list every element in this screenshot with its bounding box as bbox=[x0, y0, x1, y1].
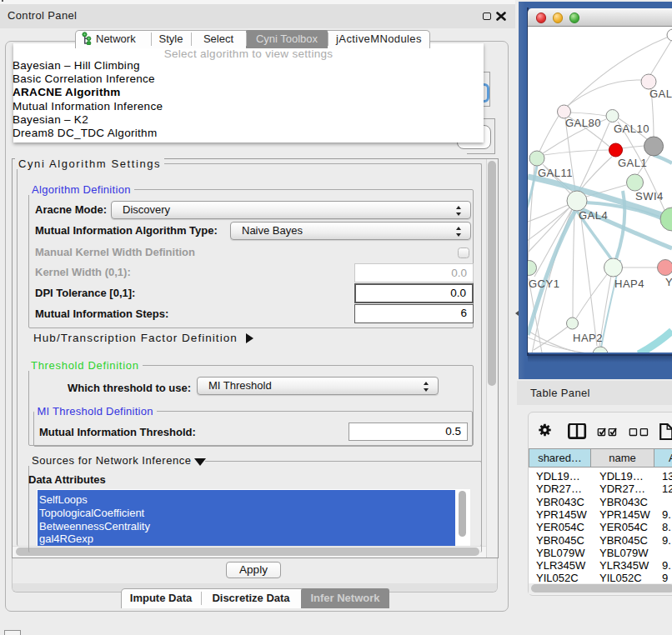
svg-text:HAP4: HAP4 bbox=[614, 278, 644, 290]
svg-text:GAL: GAL bbox=[649, 88, 672, 100]
svg-text:GAL80: GAL80 bbox=[565, 117, 601, 129]
svg-text:GAL1: GAL1 bbox=[618, 157, 647, 169]
svg-text:GAL4: GAL4 bbox=[579, 209, 608, 222]
svg-text:GAL11: GAL11 bbox=[538, 167, 573, 179]
svg-text:GAL10: GAL10 bbox=[614, 122, 649, 135]
svg-text:GCY1: GCY1 bbox=[529, 278, 559, 290]
svg-text:Y: Y bbox=[665, 276, 672, 288]
svg-text:SWI4: SWI4 bbox=[635, 190, 664, 202]
svg-text:HAP2: HAP2 bbox=[573, 332, 603, 344]
